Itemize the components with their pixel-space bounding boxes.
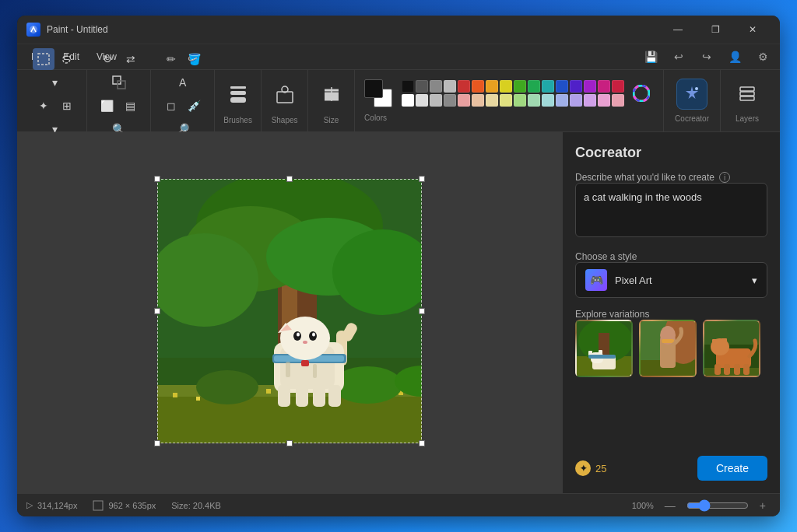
svg-rect-54 bbox=[296, 385, 308, 407]
color-mint[interactable] bbox=[528, 94, 540, 107]
settings-button[interactable]: ⚙ bbox=[752, 46, 774, 68]
color-lavender[interactable] bbox=[570, 94, 582, 107]
account-button[interactable]: 👤 bbox=[724, 46, 746, 68]
rotate-button[interactable]: ↻ bbox=[97, 48, 118, 70]
style-dropdown[interactable]: 🎮 Pixel Art ▾ bbox=[575, 262, 767, 298]
toolbar-group-shapes: Shapes bbox=[262, 70, 308, 131]
handle-bm[interactable] bbox=[286, 440, 293, 446]
erase-button[interactable]: ⬜ bbox=[97, 95, 118, 117]
cursor-position: 314,124px bbox=[37, 501, 77, 510]
color-blue[interactable] bbox=[556, 80, 568, 93]
color-pink[interactable] bbox=[598, 94, 610, 107]
close-button[interactable]: ✕ bbox=[735, 18, 771, 41]
color-yellow[interactable] bbox=[500, 80, 512, 93]
color-wheel-button[interactable] bbox=[629, 81, 654, 106]
handle-bl[interactable] bbox=[154, 440, 160, 446]
color-red[interactable] bbox=[458, 80, 470, 93]
svg-rect-56 bbox=[328, 385, 341, 407]
fill-button[interactable]: 🪣 bbox=[184, 48, 205, 70]
undo-button[interactable]: ↩ bbox=[668, 46, 690, 68]
color-white[interactable] bbox=[402, 94, 414, 107]
variation-1[interactable] bbox=[575, 320, 633, 377]
svg-rect-96 bbox=[743, 364, 750, 375]
redo-button[interactable]: ↪ bbox=[696, 46, 718, 68]
pencil-button[interactable]: ✏ bbox=[160, 48, 182, 70]
color-lightpink[interactable] bbox=[612, 94, 624, 107]
toolbar-group-layers[interactable]: Layers bbox=[721, 70, 774, 131]
variation-2[interactable] bbox=[639, 320, 697, 377]
variation-3-image bbox=[704, 321, 760, 377]
color-magenta[interactable] bbox=[598, 80, 610, 93]
color-silver[interactable] bbox=[416, 94, 428, 107]
select-more-button[interactable]: ▾ bbox=[44, 72, 66, 93]
color-lilac[interactable] bbox=[584, 94, 596, 107]
zoom-in-button[interactable]: + bbox=[755, 498, 771, 513]
maximize-button[interactable]: ❐ bbox=[697, 18, 733, 41]
color-teal[interactable] bbox=[528, 80, 540, 93]
color-crimson[interactable] bbox=[612, 80, 624, 93]
shapes-button[interactable] bbox=[268, 77, 302, 111]
flip-button[interactable]: ⇄ bbox=[120, 48, 142, 70]
handle-br[interactable] bbox=[419, 440, 425, 446]
color-amber[interactable] bbox=[486, 80, 498, 93]
color-lightyellow[interactable] bbox=[500, 94, 512, 107]
crop-button[interactable]: ⊞ bbox=[56, 95, 78, 117]
text-button[interactable]: A bbox=[172, 72, 194, 93]
info-icon[interactable]: i bbox=[719, 172, 730, 183]
color-lightgray[interactable] bbox=[444, 80, 456, 93]
svg-rect-1 bbox=[38, 54, 49, 65]
color-cream[interactable] bbox=[486, 94, 498, 107]
color-orange[interactable] bbox=[472, 80, 484, 93]
color-cyan[interactable] bbox=[542, 80, 554, 93]
select-area-button[interactable]: ▤ bbox=[120, 95, 142, 117]
pixel-canvas[interactable] bbox=[157, 179, 422, 443]
color-slategray[interactable] bbox=[444, 94, 456, 107]
color-lightgreen[interactable] bbox=[514, 94, 526, 107]
eyedropper-button[interactable]: 💉 bbox=[184, 95, 205, 117]
status-cursor: ▷ 314,124px bbox=[26, 500, 77, 510]
handle-tm[interactable] bbox=[286, 176, 293, 182]
zoom-slider[interactable] bbox=[686, 499, 749, 512]
color-smoke[interactable] bbox=[430, 94, 442, 107]
eraser-button[interactable]: ◻ bbox=[160, 95, 182, 117]
color-lightred[interactable] bbox=[458, 94, 470, 107]
handle-tr[interactable] bbox=[419, 176, 425, 182]
color-green[interactable] bbox=[514, 80, 526, 93]
foreground-color[interactable] bbox=[364, 79, 383, 98]
zoom-out-button[interactable]: — bbox=[660, 498, 680, 513]
toolbar: ▾ ✦ ⊞ ▾ Selection ↻ ⇄ bbox=[17, 70, 780, 132]
handle-mr[interactable] bbox=[419, 308, 425, 314]
prompt-textarea[interactable] bbox=[575, 183, 767, 237]
svg-rect-55 bbox=[313, 385, 325, 407]
color-indigo[interactable] bbox=[570, 80, 582, 93]
svg-rect-97 bbox=[93, 501, 103, 510]
canvas-area[interactable] bbox=[17, 132, 562, 493]
color-black[interactable] bbox=[402, 80, 414, 93]
magic-select-button[interactable]: ✦ bbox=[33, 95, 54, 117]
color-gray[interactable] bbox=[430, 80, 442, 93]
handle-ml[interactable] bbox=[154, 308, 160, 314]
resize-button[interactable] bbox=[108, 72, 130, 93]
save-button[interactable]: 💾 bbox=[640, 46, 662, 68]
size-button[interactable] bbox=[314, 77, 349, 111]
dimensions-icon bbox=[93, 500, 104, 511]
toolbar-group-cocreator[interactable]: Cocreator bbox=[664, 70, 721, 131]
brushes-button[interactable] bbox=[221, 77, 255, 111]
color-peach[interactable] bbox=[472, 94, 484, 107]
menubar-actions: 💾 ↩ ↪ 👤 ⚙ bbox=[640, 46, 774, 68]
create-button[interactable]: Create bbox=[697, 456, 767, 481]
rectangle-select-button[interactable] bbox=[33, 48, 54, 70]
fg-bg-colors[interactable] bbox=[364, 79, 392, 107]
minimize-button[interactable]: — bbox=[660, 18, 696, 41]
color-periwinkle[interactable] bbox=[556, 94, 568, 107]
panel-bottom: ✦ 25 Create bbox=[575, 450, 767, 481]
color-darkgray[interactable] bbox=[416, 80, 428, 93]
handle-tl[interactable] bbox=[154, 176, 160, 182]
variation-3[interactable] bbox=[703, 320, 760, 377]
freeform-select-button[interactable] bbox=[56, 48, 78, 70]
svg-point-66 bbox=[312, 333, 315, 337]
color-skyblue[interactable] bbox=[542, 94, 554, 107]
svg-rect-70 bbox=[301, 360, 309, 366]
color-violet[interactable] bbox=[584, 80, 596, 93]
selection-icons: ▾ bbox=[30, 48, 80, 93]
